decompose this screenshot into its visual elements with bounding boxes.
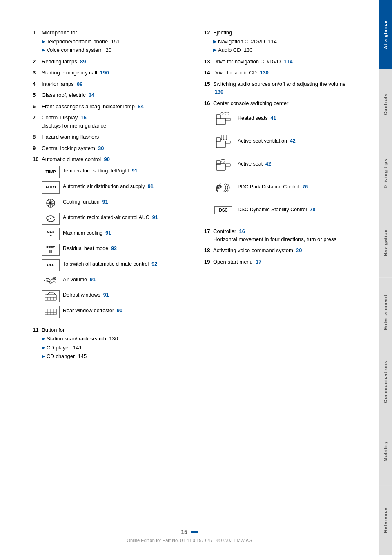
page-ref[interactable]: 89 [77, 81, 82, 87]
page-ref[interactable]: 41 [271, 115, 276, 121]
page-ref[interactable]: 114 [284, 58, 293, 65]
page-ref[interactable]: 89 [80, 58, 86, 65]
console-block: Heated seats 41 [213, 110, 351, 219]
page-ref[interactable]: 30 [98, 145, 104, 151]
climate-text: To switch off automatic climate control … [63, 259, 157, 268]
item-number: 4 [33, 80, 42, 88]
climate-row: * Cooling function 91 [42, 197, 188, 209]
page-ref[interactable]: 78 [310, 207, 315, 213]
item-number: 5 [33, 91, 42, 99]
page-ref[interactable]: 145 [78, 353, 87, 359]
auto-icon: AUTO [42, 181, 60, 194]
page-ref[interactable]: 92 [111, 246, 117, 251]
item-content: Drive for audio CD 130 [213, 69, 351, 77]
item-label: Microphone for [42, 29, 77, 36]
item-content: Controller 16 Horizontal movement in fou… [213, 227, 351, 243]
tab-reference[interactable]: Reference [379, 486, 392, 555]
page-ref[interactable]: 141 [73, 345, 82, 351]
page-ref[interactable]: 91 [90, 277, 96, 282]
page-ref[interactable]: 20 [106, 47, 111, 53]
page-number-bar [191, 531, 198, 533]
item-number: 8 [33, 133, 42, 141]
page-ref[interactable]: 130 [215, 89, 224, 95]
sub-item-label: CD player 141 [47, 344, 82, 352]
page-ref[interactable]: 130 [244, 47, 253, 53]
tab-driving-tips[interactable]: Driving tips [379, 139, 392, 208]
page-ref[interactable]: 151 [111, 38, 120, 45]
page-ref[interactable]: 92 [151, 261, 157, 267]
item-label: Glass roof, electric 34 [42, 92, 94, 98]
arrow-icon: ▶ [213, 47, 216, 54]
item-label: Hazard warning flashers [42, 134, 99, 140]
console-text: Heated seats 41 [238, 115, 276, 122]
climate-row: OFF To switch off automatic climate cont… [42, 259, 188, 271]
page-ref[interactable]: 16 [239, 228, 245, 234]
tab-controls[interactable]: Controls [379, 69, 392, 139]
arrow-icon: ▶ [42, 38, 45, 45]
main-content: 1 Microphone for ▶ Telephone/portable ph… [0, 0, 392, 555]
console-row: P PDC Park Distance Control 76 [213, 178, 351, 196]
arrow-icon: ▶ [42, 353, 45, 360]
item-number: 17 [204, 227, 213, 243]
tab-navigation[interactable]: Navigation [379, 208, 392, 278]
page-ref[interactable]: 91 [105, 230, 111, 236]
page-ref[interactable]: 76 [302, 184, 308, 190]
page-ref[interactable]: 90 [117, 308, 122, 313]
sidebar-tabs: At a glance Controls Driving tips Naviga… [379, 0, 392, 555]
item-number: 15 [204, 80, 213, 96]
page-ref[interactable]: 84 [138, 103, 143, 110]
page-ref[interactable]: 20 [296, 247, 302, 253]
climate-text: Residual heat mode 92 [63, 244, 117, 253]
item-label: Drive for audio CD 130 [213, 69, 269, 76]
climate-row: Automatic recirculated-air control AUC 9… [42, 213, 188, 225]
two-column-layout: 1 Microphone for ▶ Telephone/portable ph… [33, 29, 380, 364]
page-ref[interactable]: 42 [265, 161, 271, 167]
item-content: Hazard warning flashers [42, 133, 188, 141]
tab-entertainment[interactable]: Entertainment [379, 278, 392, 347]
page-ref[interactable]: 130 [109, 336, 118, 342]
heated-seats-icon [213, 110, 234, 128]
item-label: Ejecting [213, 29, 232, 36]
tab-mobility[interactable]: Mobility [379, 416, 392, 486]
climate-text: Air volume 91 [63, 275, 96, 284]
off-icon: OFF [42, 259, 60, 271]
page-ref[interactable]: 90 [104, 156, 109, 162]
svg-text:*: * [49, 201, 51, 206]
sub-item-label: Navigation CD/DVD 114 [218, 38, 277, 46]
page-ref[interactable]: 114 [268, 38, 277, 45]
sub-item-label: Audio CD 130 [218, 46, 253, 54]
console-row: DSC DSC Dynamic Stability Control 78 [213, 201, 351, 219]
item-number: 11 [33, 326, 42, 360]
max-icon: MAX ✦ [42, 228, 60, 240]
list-item: 15 Switching audio sources on/off and ad… [204, 80, 351, 96]
item-content: Glass roof, electric 34 [42, 91, 188, 99]
page-ref[interactable]: 190 [100, 69, 109, 76]
pdc-icon: P [213, 178, 234, 196]
tab-communications[interactable]: Communications [379, 347, 392, 416]
page-ref[interactable]: 91 [102, 199, 108, 205]
svg-rect-35 [225, 164, 230, 166]
page-ref[interactable]: 91 [132, 168, 138, 174]
page-ref[interactable]: 91 [152, 215, 158, 220]
list-item: 19 Open start menu 17 [204, 258, 351, 266]
page-ref[interactable]: 34 [89, 92, 94, 98]
item-content: Drive for navigation CD/DVD 114 [213, 58, 351, 66]
item-number: 9 [33, 144, 42, 152]
console-text: Active seat ventilation 42 [238, 138, 296, 145]
climate-text: Defrost windows 91 [63, 290, 109, 299]
sub-item-label: Voice command system 20 [47, 46, 111, 54]
list-item: 3 Starting emergency call 190 [33, 69, 188, 77]
tab-at-a-glance[interactable]: At a glance [379, 0, 392, 69]
sub-item: ▶ Telephone/portable phone 151 [42, 38, 188, 46]
console-text: PDC Park Distance Control 76 [238, 184, 308, 191]
page-ref[interactable]: 16 [80, 114, 86, 121]
page-ref[interactable]: 17 [256, 259, 261, 265]
dsc-icon: DSC [213, 201, 234, 219]
page-ref[interactable]: 91 [148, 184, 154, 189]
page-ref[interactable]: 91 [103, 292, 109, 298]
page-ref[interactable]: 42 [290, 138, 296, 144]
active-seat-icon [213, 155, 234, 173]
page-ref[interactable]: 130 [260, 69, 269, 76]
item-label: Front passenger's airbag indicator lamp … [42, 103, 144, 110]
page-footer: 15 Online Edition for Part No. 01 41 0 1… [0, 529, 379, 543]
